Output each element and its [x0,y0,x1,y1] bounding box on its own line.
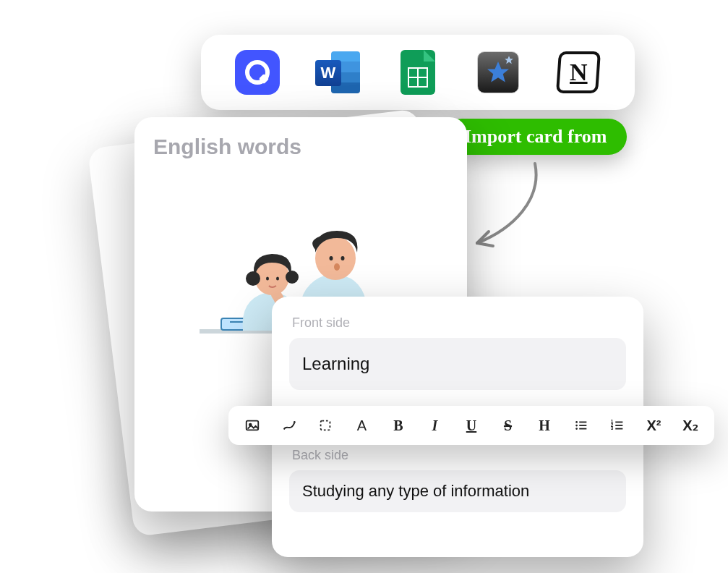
draw-button[interactable] [278,415,300,436]
svg-marker-1 [505,56,513,64]
import-source-notion[interactable]: N [556,50,601,95]
svg-point-11 [286,271,299,284]
superscript-button[interactable]: X² [643,415,665,436]
import-sources-bar: W N [201,35,635,110]
word-icon: W [315,50,360,95]
import-source-anki[interactable] [476,50,521,95]
bullet-list-button[interactable] [570,415,592,436]
back-side-label: Back side [292,448,626,463]
svg-point-8 [334,263,340,271]
svg-point-13 [276,277,279,281]
front-side-input[interactable]: Learning [289,338,626,390]
cloze-select-button[interactable] [314,415,336,436]
import-source-google-sheets[interactable] [395,50,440,95]
svg-text:3: 3 [611,425,614,430]
font-button[interactable]: A [351,415,373,436]
image-button[interactable] [241,415,263,436]
svg-point-21 [575,425,578,427]
svg-point-23 [575,428,578,430]
import-callout-text: Import card from [464,126,607,147]
google-sheets-icon [401,50,435,95]
subscript-button[interactable]: X₂ [680,415,701,436]
import-callout-badge: Import card from [444,119,627,155]
svg-rect-18 [321,421,330,430]
quizlet-icon [235,50,280,95]
underline-button[interactable]: U [461,415,482,436]
strikethrough-button[interactable]: S [497,415,519,436]
numbered-list-button[interactable]: 123 [607,415,628,436]
bold-button[interactable]: B [387,415,409,436]
arrow-icon [463,156,549,258]
anki-icon [477,51,519,93]
back-side-value: Studying any type of information [302,482,529,500]
import-source-word[interactable]: W [315,50,360,95]
import-source-quizlet[interactable] [235,50,280,95]
svg-point-6 [330,256,333,260]
svg-point-12 [266,277,269,281]
formatting-toolbar: A B I U S H 123 X² X₂ [228,406,714,445]
front-side-value: Learning [302,354,369,373]
flashcard-title: English words [153,135,448,159]
svg-point-10 [246,271,260,286]
front-side-label: Front side [292,315,626,331]
svg-point-7 [341,256,345,260]
notion-icon: N [556,51,601,93]
svg-point-19 [575,421,578,423]
heading-button[interactable]: H [534,415,555,436]
svg-point-17 [293,421,295,423]
back-side-input[interactable]: Studying any type of information [289,470,626,512]
italic-button[interactable]: I [424,415,446,436]
